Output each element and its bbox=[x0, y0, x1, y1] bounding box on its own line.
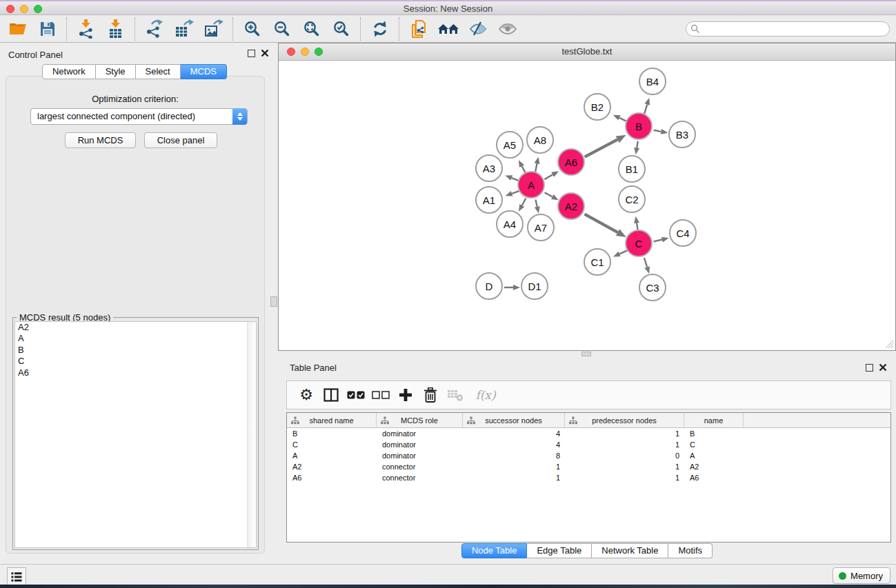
graph-node-D[interactable]: D bbox=[475, 272, 503, 300]
memory-button[interactable]: Memory bbox=[833, 567, 890, 584]
select-all-button[interactable] bbox=[344, 384, 368, 406]
graph-node-B3[interactable]: B3 bbox=[668, 121, 696, 148]
graph-edge-A-A6[interactable] bbox=[544, 174, 552, 179]
graph-node-C[interactable]: C bbox=[625, 230, 653, 257]
vertical-splitter-handle[interactable] bbox=[270, 296, 277, 307]
table-settings-button[interactable]: ⚙ bbox=[294, 384, 319, 406]
zoom-out-button[interactable] bbox=[267, 17, 297, 41]
float-panel-icon[interactable] bbox=[248, 50, 255, 57]
import-network-button[interactable] bbox=[71, 17, 101, 41]
graph-edge-C-C3[interactable] bbox=[644, 258, 647, 267]
table-row[interactable]: A6connector11A6 bbox=[287, 472, 890, 483]
criterion-select[interactable]: largest connected component (directed) bbox=[30, 108, 248, 125]
graph-node-A6[interactable]: A6 bbox=[557, 148, 585, 176]
table-row[interactable]: Cdominator41C bbox=[287, 439, 890, 450]
graph-node-A5[interactable]: A5 bbox=[496, 131, 524, 159]
graph-edge-A2-C[interactable] bbox=[585, 214, 618, 232]
table-cell[interactable]: A2 bbox=[287, 461, 377, 472]
import-table-button[interactable] bbox=[101, 17, 130, 41]
table-cell[interactable]: dominator bbox=[377, 439, 463, 450]
mcds-result-list[interactable]: A2ABCA6 bbox=[14, 321, 257, 548]
graph-edge-B-B4[interactable] bbox=[644, 105, 647, 114]
open-file-button[interactable] bbox=[3, 17, 32, 41]
tab-edge-table[interactable]: Edge Table bbox=[527, 543, 592, 558]
table-cell[interactable]: A6 bbox=[287, 472, 377, 483]
graph-node-B4[interactable]: B4 bbox=[639, 68, 666, 95]
graph-node-B[interactable]: B bbox=[625, 112, 653, 140]
table-cell[interactable]: 1 bbox=[565, 461, 684, 472]
table-cell[interactable]: 4 bbox=[463, 439, 565, 450]
search-box[interactable] bbox=[686, 21, 890, 37]
table-cell[interactable]: B bbox=[287, 428, 377, 439]
network-canvas[interactable]: B4B2BB3A5A8A6B1A3AC2A1A2A4A7C4CC1C3DD1 bbox=[279, 61, 895, 350]
scrollbar-track[interactable] bbox=[247, 322, 256, 547]
graph-edge-A-A7[interactable] bbox=[535, 200, 537, 207]
graph-node-A3[interactable]: A3 bbox=[475, 154, 503, 182]
zoom-selected-button[interactable] bbox=[326, 17, 356, 41]
column-header-mcds-role[interactable]: MCDS role bbox=[377, 413, 463, 427]
graph-edge-B-B3[interactable] bbox=[654, 130, 661, 132]
table-cell[interactable]: 1 bbox=[463, 472, 565, 483]
apply-function-button[interactable]: f(x) bbox=[468, 384, 504, 406]
graph-edge-A-A2[interactable] bbox=[545, 192, 552, 196]
mcds-result-item[interactable]: A6 bbox=[15, 367, 256, 378]
hide-panels-button[interactable] bbox=[463, 17, 492, 41]
table-cell[interactable]: connector bbox=[377, 461, 463, 472]
table-cell[interactable]: connector bbox=[377, 472, 463, 483]
column-header-shared-name[interactable]: shared name bbox=[287, 413, 377, 427]
show-graphics-details-button[interactable] bbox=[492, 17, 522, 41]
table-cell[interactable]: 1 bbox=[565, 472, 684, 483]
tab-motifs[interactable]: Motifs bbox=[668, 543, 713, 558]
tab-select[interactable]: Select bbox=[136, 64, 181, 79]
graph-edge-C-C4[interactable] bbox=[653, 240, 661, 242]
column-header-name[interactable]: name bbox=[684, 413, 744, 427]
graph-node-C3[interactable]: C3 bbox=[639, 274, 666, 301]
graph-edge-C-C1[interactable] bbox=[619, 250, 628, 254]
graph-edge-A6-B[interactable] bbox=[585, 139, 618, 156]
graph-node-A4[interactable]: A4 bbox=[496, 210, 524, 238]
float-table-panel-icon[interactable] bbox=[866, 364, 873, 372]
table-cell[interactable]: A bbox=[684, 450, 744, 461]
export-network-button[interactable] bbox=[139, 17, 169, 41]
close-panel-button[interactable]: Close panel bbox=[144, 132, 217, 148]
search-input[interactable] bbox=[700, 23, 889, 35]
table-cell[interactable]: 0 bbox=[565, 450, 684, 461]
table-cell[interactable]: A bbox=[287, 450, 377, 461]
delete-table-button[interactable] bbox=[443, 384, 468, 406]
tab-network[interactable]: Network bbox=[42, 64, 96, 79]
close-panel-icon[interactable] bbox=[261, 49, 269, 57]
clone-network-button[interactable] bbox=[404, 17, 433, 41]
graph-node-C4[interactable]: C4 bbox=[669, 219, 697, 247]
table-cell[interactable]: C bbox=[684, 439, 744, 450]
table-cell[interactable]: 1 bbox=[565, 439, 684, 450]
save-session-button[interactable] bbox=[32, 17, 62, 41]
delete-column-button[interactable] bbox=[418, 384, 443, 406]
graph-node-A[interactable]: A bbox=[517, 171, 545, 199]
tab-mcds[interactable]: MCDS bbox=[181, 64, 227, 79]
table-cell[interactable]: dominator bbox=[377, 450, 463, 461]
graph-node-A7[interactable]: A7 bbox=[527, 214, 555, 241]
graph-node-C1[interactable]: C1 bbox=[584, 248, 611, 276]
refresh-layout-button[interactable] bbox=[365, 17, 395, 41]
table-cell[interactable]: A2 bbox=[684, 461, 744, 472]
zoom-in-button[interactable] bbox=[237, 17, 267, 41]
table-cell[interactable]: 1 bbox=[565, 428, 684, 439]
graph-node-A8[interactable]: A8 bbox=[526, 126, 554, 154]
export-table-button[interactable] bbox=[169, 17, 199, 41]
show-panels-list-button[interactable] bbox=[7, 567, 26, 587]
tab-node-table[interactable]: Node Table bbox=[461, 543, 528, 558]
graph-edge-A-A4[interactable] bbox=[522, 199, 526, 205]
mcds-result-item[interactable]: A bbox=[15, 333, 256, 344]
graph-node-C2[interactable]: C2 bbox=[618, 185, 646, 213]
mcds-result-item[interactable]: A2 bbox=[15, 322, 256, 333]
home-button[interactable] bbox=[433, 17, 463, 41]
table-cell[interactable]: 8 bbox=[463, 450, 565, 461]
export-image-button[interactable] bbox=[199, 17, 228, 41]
run-mcds-button[interactable]: Run MCDS bbox=[65, 132, 136, 148]
table-row[interactable]: Adominator80A bbox=[287, 450, 890, 461]
table-cell[interactable]: dominator bbox=[377, 428, 463, 439]
resize-grip-icon[interactable] bbox=[885, 340, 894, 349]
table-cell[interactable]: B bbox=[684, 428, 744, 439]
mcds-result-item[interactable]: B bbox=[15, 345, 256, 356]
zoom-fit-button[interactable] bbox=[297, 17, 326, 41]
